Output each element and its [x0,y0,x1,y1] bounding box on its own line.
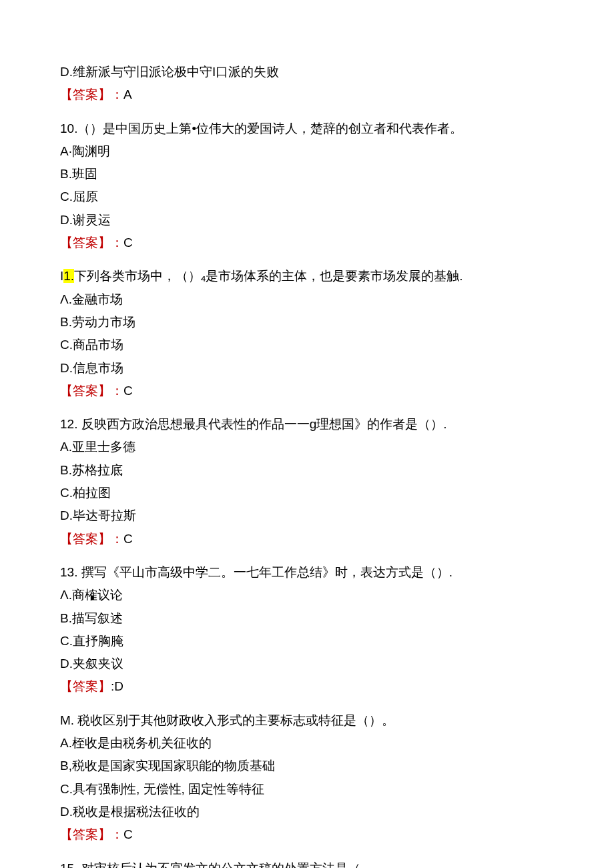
option-a: A·陶渊明 [60,141,554,162]
option-b: B.苏格拉底 [60,460,554,481]
question-stem: 10.（）是中国历史上第•位伟大的爱国诗人，楚辞的创立者和代表作者。 [60,118,554,139]
stem-text: 撰写《平山市高级中学二。一七年工作总结》时，表达方式是（）. [77,565,452,579]
question-number-highlight: 1. [63,269,74,283]
answer-value: C [123,532,133,546]
answer-line: 【答案】：C [60,380,554,402]
option-b: B,税收是国家实现国家职能的物质基础 [60,755,554,777]
answer-line: 【答案】：C [60,232,554,254]
answer-value: A [123,87,132,101]
question-number: 12. [60,417,77,431]
option-a: A.亚里士多德 [60,436,554,458]
option-d: D.维新派与守旧派论极中守I口派的失败 [60,61,554,83]
option-d: D.夹叙夹议 [60,653,554,675]
question-stem: I1.下列各类市场中，（）₄是市场体系的主体，也是要素市场发展的基触. [60,266,554,287]
option-d: D.税收是根据税法征收的 [60,801,554,823]
document-page: { "q9_fragment": { "option_d": "D.维新派与守旧… [0,0,614,868]
stem-text: （）是中国历史上第•位伟大的爱国诗人，楚辞的创立者和代表作者。 [77,121,463,135]
question-number: 13. [60,565,77,579]
question-stem: 15. 对审核后认为不宜发文的公文文稿的处置方法是（ [60,858,554,869]
answer-label: 【答案】： [60,236,123,250]
option-b: B.班固 [60,163,554,185]
stem-text: 反映西方政治思想最具代表性的作品一一g理想国》的作者是（）. [77,417,446,431]
stem-text: 对审核后认为不宜发文的公文文稿的处置方法是（ [77,861,360,869]
option-d: D.谢灵运 [60,209,554,231]
question-9-fragment: D.维新派与守旧派论极中守I口派的失败 【答案】：A [60,61,554,106]
question-12: 12. 反映西方政治思想最具代表性的作品一一g理想国》的作者是（）. A.亚里士… [60,414,554,550]
question-15: 15. 对审核后认为不宜发文的公文文稿的处置方法是（ [60,858,554,869]
option-b: B.描写叙述 [60,608,554,629]
option-c: C.直抒胸腌 [60,630,554,652]
question-10: 10.（）是中国历史上第•位伟大的爱国诗人，楚辞的创立者和代表作者。 A·陶渊明… [60,118,554,254]
option-a: Λ.金融市场 [60,289,554,310]
option-b: B.劳动力市场 [60,312,554,333]
answer-value: C [123,236,133,250]
answer-line: 【答案】：A [60,84,554,105]
question-stem: 13. 撰写《平山市高级中学二。一七年工作总结》时，表达方式是（）. [60,562,554,583]
answer-value: C [123,384,133,398]
question-stem: 12. 反映西方政治思想最具代表性的作品一一g理想国》的作者是（）. [60,414,554,435]
option-d: D.信息市场 [60,358,554,379]
question-11: I1.下列各类市场中，（）₄是市场体系的主体，也是要素市场发展的基触. Λ.金融… [60,266,554,402]
answer-label: 【答案】： [60,532,123,546]
answer-label: 【答案】 [60,679,111,693]
option-d: D.毕达哥拉斯 [60,505,554,526]
option-c: C.具有强制性, 无偿性, 固定性等特征 [60,779,554,800]
answer-line: 【答案】:D [60,676,554,697]
option-c: C.商品市场 [60,334,554,356]
question-14: M. 税收区别于其他财政收入形式的主要标志或特征是（）。 A.桎收是由税务机关征… [60,710,554,846]
question-number: 10. [60,121,77,135]
answer-label: 【答案】： [60,827,123,841]
question-number: M. [60,713,74,727]
question-13: 13. 撰写《平山市高级中学二。一七年工作总结》时，表达方式是（）. Λ.商榷议… [60,562,554,698]
option-c: C.屈原 [60,186,554,207]
option-c: C.柏拉图 [60,482,554,504]
option-a: A.桎收是由税务机关征收的 [60,733,554,754]
answer-value: :D [111,679,123,693]
stem-text: 下列各类市场中，（）₄是市场体系的主体，也是要素市场发展的基触. [74,269,463,283]
question-number: 15. [60,861,77,869]
question-stem: M. 税收区别于其他财政收入形式的主要标志或特征是（）。 [60,710,554,731]
answer-line: 【答案】：C [60,528,554,550]
option-a: Λ.商榷议论 [60,584,554,606]
answer-line: 【答案】：C [60,824,554,845]
stem-text: 税收区别于其他财政收入形式的主要标志或特征是（）。 [74,713,394,727]
answer-label: 【答案】： [60,384,123,398]
answer-value: C [123,827,133,841]
answer-label: 【答案】： [60,87,123,101]
